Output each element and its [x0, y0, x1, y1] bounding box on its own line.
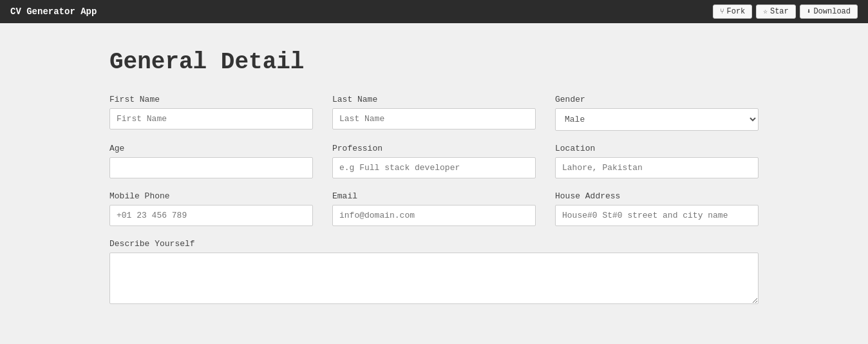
mobile-input[interactable]: [109, 205, 313, 226]
navbar: CV Generator App Fork Star Download: [0, 0, 868, 23]
main-content: General Detail First Name Last Name Gend…: [0, 23, 868, 330]
house-address-group: House Address: [555, 191, 759, 226]
profession-group: Profession: [332, 144, 536, 178]
age-input[interactable]: [109, 157, 313, 178]
location-input[interactable]: [555, 157, 759, 178]
location-group: Location: [555, 144, 759, 178]
last-name-label: Last Name: [332, 95, 536, 104]
page-title: General Detail: [109, 49, 759, 75]
profession-input[interactable]: [332, 157, 536, 178]
last-name-group: Last Name: [332, 95, 536, 131]
email-label: Email: [332, 191, 536, 201]
app-brand: CV Generator App: [10, 6, 97, 17]
age-label: Age: [109, 144, 313, 153]
describe-label: Describe Yourself: [109, 239, 759, 249]
first-name-label: First Name: [109, 95, 313, 104]
star-label: Star: [770, 7, 789, 16]
navbar-actions: Fork Star Download: [713, 5, 858, 19]
profession-label: Profession: [332, 144, 536, 153]
first-name-input[interactable]: [109, 108, 313, 129]
mobile-label: Mobile Phone: [109, 191, 313, 201]
general-detail-form: First Name Last Name Gender Male Female …: [109, 95, 759, 304]
download-icon: [807, 7, 811, 16]
describe-textarea[interactable]: [109, 253, 759, 304]
email-group: Email: [332, 191, 536, 226]
mobile-group: Mobile Phone: [109, 191, 313, 226]
gender-select[interactable]: Male Female Other: [555, 108, 759, 131]
last-name-input[interactable]: [332, 108, 536, 129]
gender-group: Gender Male Female Other: [555, 95, 759, 131]
star-button[interactable]: Star: [756, 5, 795, 19]
age-group: Age: [109, 144, 313, 178]
fork-icon: [720, 7, 724, 16]
fork-button[interactable]: Fork: [713, 5, 753, 19]
fork-label: Fork: [727, 7, 746, 16]
email-input[interactable]: [332, 205, 536, 226]
first-name-group: First Name: [109, 95, 313, 131]
house-address-label: House Address: [555, 191, 759, 201]
gender-label: Gender: [555, 95, 759, 104]
download-label: Download: [813, 7, 851, 16]
star-icon: [763, 7, 768, 16]
describe-group: Describe Yourself: [109, 239, 759, 304]
house-address-input[interactable]: [555, 205, 759, 226]
download-button[interactable]: Download: [800, 5, 858, 19]
location-label: Location: [555, 144, 759, 153]
